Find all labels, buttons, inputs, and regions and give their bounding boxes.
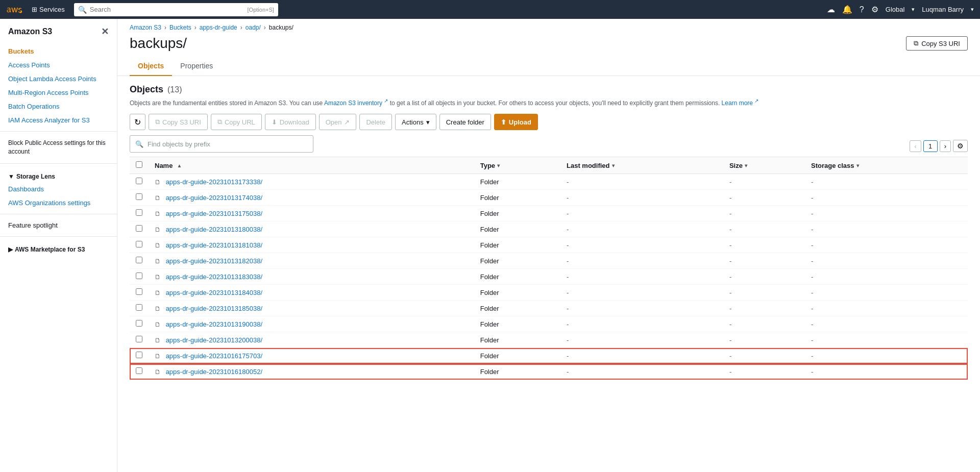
row-name-link[interactable]: apps-dr-guide-20231013183038/ xyxy=(166,273,262,281)
delete-button[interactable]: Delete xyxy=(359,114,392,130)
breadcrumb-apps-dr-guide[interactable]: apps-dr-guide xyxy=(200,24,237,31)
folder-icon: 🗋 xyxy=(155,321,161,328)
row-storage-class-cell: - xyxy=(805,253,968,269)
row-size-cell: - xyxy=(723,237,805,253)
upload-icon: ⬆ xyxy=(501,118,506,126)
select-all-checkbox[interactable] xyxy=(136,161,142,168)
row-last-modified-cell: - xyxy=(560,206,723,221)
chevron-down-icon: ▼ xyxy=(8,173,14,180)
row-name-link[interactable]: apps-dr-guide-20231016180052/ xyxy=(166,368,262,376)
row-checkbox[interactable] xyxy=(136,241,142,247)
table-row: 🗋 apps-dr-guide-20231013184038/ Folder -… xyxy=(130,285,968,301)
actions-button[interactable]: Actions ▾ xyxy=(395,114,436,130)
row-name-link[interactable]: apps-dr-guide-20231013180038/ xyxy=(166,226,262,233)
last-modified-filter-icon[interactable]: ▾ xyxy=(612,163,615,168)
open-button[interactable]: Open ↗ xyxy=(319,114,357,130)
region-selector[interactable]: Global xyxy=(886,6,905,13)
cloud-icon[interactable]: ☁ xyxy=(827,5,835,14)
row-storage-class-cell: - xyxy=(805,269,968,285)
row-checkbox[interactable] xyxy=(136,193,142,200)
prev-page-button[interactable]: ‹ xyxy=(910,140,921,152)
row-name-link[interactable]: apps-dr-guide-20231013182038/ xyxy=(166,257,262,265)
row-name-link[interactable]: apps-dr-guide-20231013184038/ xyxy=(166,289,262,296)
type-filter-icon[interactable]: ▾ xyxy=(497,163,500,168)
row-checkbox[interactable] xyxy=(136,257,142,263)
inventory-link[interactable]: Amazon S3 inventory xyxy=(324,100,382,107)
row-name-link[interactable]: apps-dr-guide-20231013185038/ xyxy=(166,305,262,312)
learn-more-link[interactable]: Learn more xyxy=(722,100,753,107)
sidebar-marketplace-header[interactable]: ▶ AWS Marketplace for S3 xyxy=(0,241,117,255)
row-checkbox[interactable] xyxy=(136,178,142,184)
copy-url-label: Copy URL xyxy=(225,118,255,126)
copy-url-button[interactable]: ⧉ Copy URL xyxy=(211,114,262,130)
bell-icon[interactable]: 🔔 xyxy=(842,5,852,14)
name-sort-icon[interactable]: ▲ xyxy=(177,163,182,168)
sidebar-item-access-points[interactable]: Access Points xyxy=(0,58,117,72)
row-last-modified-cell: - xyxy=(560,316,723,332)
sidebar-item-object-lambda[interactable]: Object Lambda Access Points xyxy=(0,72,117,86)
sidebar-item-buckets[interactable]: Buckets xyxy=(0,44,117,58)
storage-class-filter-icon[interactable]: ▾ xyxy=(856,163,859,168)
sidebar-item-multi-region[interactable]: Multi-Region Access Points xyxy=(0,86,117,100)
row-storage-class-cell: - xyxy=(805,174,968,190)
table-row: 🗋 apps-dr-guide-20231013174038/ Folder -… xyxy=(130,190,968,206)
question-icon[interactable]: ? xyxy=(860,5,864,14)
breadcrumb-buckets[interactable]: Buckets xyxy=(169,24,191,31)
row-checkbox[interactable] xyxy=(136,304,142,311)
inventory-external-icon[interactable]: ↗ xyxy=(384,98,388,104)
row-checkbox[interactable] xyxy=(136,272,142,279)
row-checkbox[interactable] xyxy=(136,352,142,358)
row-name-link[interactable]: apps-dr-guide-20231013174038/ xyxy=(166,194,262,202)
table-row: 🗋 apps-dr-guide-20231013185038/ Folder -… xyxy=(130,301,968,316)
row-name-link[interactable]: apps-dr-guide-20231013190038/ xyxy=(166,320,262,328)
services-button[interactable]: ⊞ Services xyxy=(29,5,68,14)
learn-more-external-icon[interactable]: ↗ xyxy=(754,98,758,104)
breadcrumb-oadp[interactable]: oadp/ xyxy=(246,24,261,31)
sidebar-item-block-public[interactable]: Block Public Access settings for this ac… xyxy=(0,136,117,159)
next-page-button[interactable]: › xyxy=(940,140,951,152)
tab-properties[interactable]: Properties xyxy=(172,57,221,76)
sidebar-item-batch-ops[interactable]: Batch Operations xyxy=(0,100,117,113)
copy-s3-uri-header-button[interactable]: ⧉ Copy S3 URI xyxy=(906,36,968,51)
tab-objects[interactable]: Objects xyxy=(130,57,172,76)
row-name-link[interactable]: apps-dr-guide-20231013175038/ xyxy=(166,210,262,217)
sidebar-item-aws-org-settings[interactable]: AWS Organizations settings xyxy=(0,196,117,210)
breadcrumb-sep-3: › xyxy=(240,24,242,31)
sidebar-storage-lens-header[interactable]: ▼ Storage Lens xyxy=(0,168,117,182)
copy-s3-uri-button[interactable]: ⧉ Copy S3 URI xyxy=(149,114,208,130)
row-name-link[interactable]: apps-dr-guide-20231016175703/ xyxy=(166,352,262,360)
refresh-button[interactable]: ↻ xyxy=(130,114,145,130)
table-row: 🗋 apps-dr-guide-20231013175038/ Folder -… xyxy=(130,206,968,221)
row-storage-class-cell: - xyxy=(805,206,968,221)
gear-icon[interactable]: ⚙ xyxy=(871,5,878,14)
sidebar-item-dashboards[interactable]: Dashboards xyxy=(0,182,117,196)
row-storage-class-cell: - xyxy=(805,285,968,301)
row-name-cell: 🗋 apps-dr-guide-20231016175703/ xyxy=(149,348,474,364)
row-checkbox-cell xyxy=(130,269,149,285)
row-checkbox[interactable] xyxy=(136,367,142,374)
row-checkbox[interactable] xyxy=(136,320,142,327)
user-menu[interactable]: Luqman Barry xyxy=(922,6,964,13)
row-checkbox[interactable] xyxy=(136,336,142,342)
sidebar-item-feature-spotlight[interactable]: Feature spotlight xyxy=(0,218,117,232)
sidebar-close-button[interactable]: ✕ xyxy=(101,26,109,37)
breadcrumb-amazon-s3[interactable]: Amazon S3 xyxy=(130,24,161,31)
row-name-link[interactable]: apps-dr-guide-20231013200038/ xyxy=(166,336,262,344)
create-folder-button[interactable]: Create folder xyxy=(439,114,491,130)
row-checkbox[interactable] xyxy=(136,288,142,295)
row-checkbox[interactable] xyxy=(136,209,142,216)
download-button[interactable]: ⬇ Download xyxy=(265,114,316,130)
size-filter-icon[interactable]: ▾ xyxy=(745,163,747,168)
table-settings-button[interactable]: ⚙ xyxy=(953,140,968,152)
sidebar: Amazon S3 ✕ Buckets Access Points Object… xyxy=(0,19,117,472)
sidebar-item-iam-analyzer[interactable]: IAM Access Analyzer for S3 xyxy=(0,113,117,127)
breadcrumb-sep-2: › xyxy=(194,24,197,31)
row-name-link[interactable]: apps-dr-guide-20231013173338/ xyxy=(166,178,262,186)
row-checkbox-cell xyxy=(130,301,149,316)
row-checkbox[interactable] xyxy=(136,225,142,232)
upload-button[interactable]: ⬆ Upload xyxy=(494,114,538,130)
prefix-search-input[interactable] xyxy=(148,140,308,148)
search-input[interactable] xyxy=(90,6,244,13)
row-name-link[interactable]: apps-dr-guide-20231013181038/ xyxy=(166,241,262,249)
table-header-size: Size ▾ xyxy=(723,157,805,174)
